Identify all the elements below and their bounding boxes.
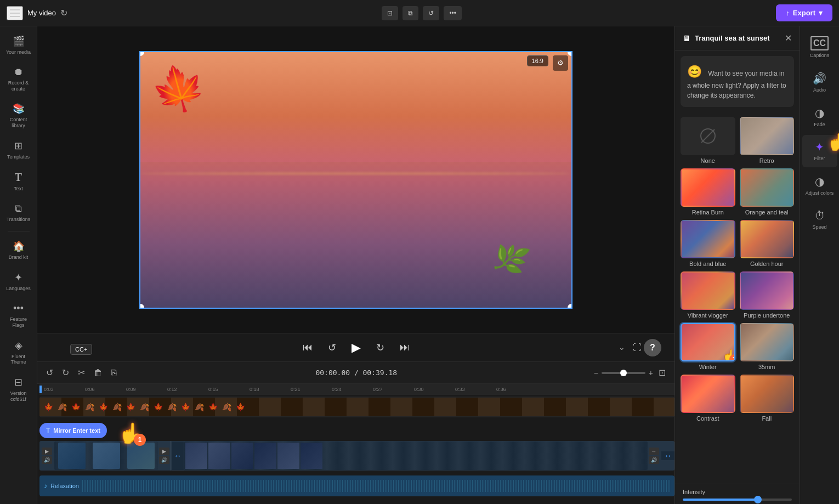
skip-back-button[interactable]: ⏮ — [299, 338, 316, 356]
crop-button[interactable]: ⊡ — [382, 6, 398, 20]
timeline-tracks[interactable]: 0:03 0:06 0:09 0:12 0:15 0:18 0:21 0:24 … — [37, 384, 674, 504]
captions-icon: CC — [810, 36, 829, 50]
filter-label: Filter — [814, 156, 825, 162]
templates-icon: ⊞ — [14, 140, 22, 152]
sticker-track-content[interactable]: 🍁 🍂 🍁 🍂 🍁 🍂 🍁 🍂 🍁 🍂 🍁 🍂 — [39, 397, 674, 417]
settings-button[interactable]: ⚙ — [553, 55, 568, 71]
zoom-in-button[interactable]: + — [649, 369, 653, 377]
filter-thumb-fall — [740, 375, 795, 413]
fullscreen-button[interactable]: ⛶ — [633, 343, 642, 353]
right-icon-adjust[interactable]: ◑ Adjust colors — [802, 169, 837, 202]
audio-track: ♪ Relaxation — [39, 474, 674, 498]
filters-grid-area[interactable]: None Retro Retina Burn — [675, 112, 800, 484]
track-mute-button[interactable]: 🔊 — [42, 456, 52, 464]
corner-handle-tl[interactable] — [139, 51, 144, 56]
undo-timeline-button[interactable]: ↺ — [44, 365, 55, 380]
zoom-slider[interactable] — [602, 372, 645, 374]
redo-timeline-button[interactable]: ↻ — [60, 365, 71, 380]
languages-icon: ✦ — [14, 271, 22, 284]
sidebar-item-templates[interactable]: ⊞ Templates — [2, 135, 35, 165]
help-button[interactable]: ? — [644, 339, 661, 356]
video-segment-left: ▶ 🔊 ▶ 🔊 — [39, 441, 171, 471]
export-button[interactable]: ↑ Export ▾ — [776, 4, 832, 21]
video-segment-handle[interactable]: ▶ — [159, 448, 169, 455]
delete-button[interactable]: 🗑 — [92, 366, 105, 380]
filter-item-purple[interactable]: Purple undertone — [740, 271, 795, 319]
video-track-segment[interactable]: ▶ 🔊 ▶ 🔊 — [39, 441, 674, 471]
filter-item-fall[interactable]: Fall — [740, 375, 795, 422]
filter-item-orange-teal[interactable]: Orange and teal — [740, 168, 795, 216]
right-icon-filter[interactable]: ✦ Filter 👆 2 — [802, 135, 837, 167]
filter-item-bold-blue[interactable]: Bold and blue — [681, 220, 735, 267]
cut-button[interactable]: ✂ — [76, 365, 87, 380]
undo-button[interactable]: ↺ — [423, 6, 439, 20]
text-track-pill[interactable]: T Mirror Enter text — [39, 423, 107, 438]
film-frame — [231, 443, 253, 469]
corner-handle-br[interactable] — [568, 304, 572, 309]
fade-icon: ◑ — [815, 106, 824, 120]
right-icon-speed[interactable]: ⏱ Speed — [802, 204, 837, 236]
forward-5s-button[interactable]: ↻ — [373, 338, 388, 357]
sidebar-item-text[interactable]: T Text — [2, 167, 35, 196]
filter-name-contrast: Contrast — [696, 415, 719, 422]
skip-forward-button[interactable]: ⏭ — [396, 338, 413, 356]
cc-button[interactable]: CC+ — [70, 344, 92, 355]
menu-button[interactable] — [7, 6, 23, 20]
zoom-out-button[interactable]: − — [594, 369, 598, 377]
more-button[interactable]: ••• — [444, 6, 462, 20]
corner-handle-tr[interactable] — [568, 51, 572, 56]
track-play-button[interactable]: ▶ — [42, 448, 52, 455]
play-pause-button[interactable]: ▶ — [348, 337, 364, 358]
ruler-marks: 0:03 0:06 0:09 0:12 0:15 0:18 0:21 0:24 … — [44, 387, 537, 392]
filter-item-contrast[interactable]: Contrast — [681, 375, 735, 422]
right-icon-captions[interactable]: CC Captions — [802, 31, 837, 64]
intensity-slider-row — [683, 499, 792, 501]
sidebar-item-record[interactable]: ⏺ Record &create — [2, 62, 35, 97]
audio-segment-handle[interactable]: 🔊 — [159, 456, 169, 464]
right-icon-audio[interactable]: 🔊 Audio — [802, 66, 837, 99]
filter-name-none: None — [701, 157, 715, 164]
corner-handle-bl[interactable] — [139, 304, 144, 309]
playback-controls: CC+ ⏮ ↺ ▶ ↻ ⏭ ⛶ ? ⌄ — [37, 333, 674, 361]
transition-indicator[interactable]: ↔ — [171, 441, 184, 471]
sidebar-item-content[interactable]: 📚 Contentlibrary — [2, 98, 35, 133]
video-end-handle[interactable]: ↔ — [649, 448, 659, 455]
sidebar-item-theme[interactable]: ◈ Fluent Theme — [2, 335, 35, 370]
ruler-mark: 0:30 — [414, 387, 455, 392]
intensity-slider[interactable] — [683, 499, 792, 501]
duplicate-button[interactable]: ⎘ — [109, 366, 119, 380]
timeline-time-display: 00:00.00 / 00:39.18 — [123, 369, 589, 377]
fit-timeline-button[interactable]: ⊡ — [656, 365, 668, 380]
rewind-5s-button[interactable]: ↺ — [325, 338, 339, 357]
ruler-mark: 0:18 — [250, 387, 291, 392]
content-icon: 📚 — [13, 103, 25, 115]
filter-item-winter[interactable]: 👆 3 Winter — [681, 323, 735, 370]
filter-item-35mm[interactable]: 35mm — [740, 323, 795, 370]
filter-item-golden-hour[interactable]: Golden hour — [740, 220, 795, 267]
filter-item-retro[interactable]: Retro — [740, 117, 795, 164]
filter-thumb-none — [681, 117, 735, 155]
expand-controls-button[interactable]: ⌄ — [619, 343, 625, 352]
filter-item-retina-burn[interactable]: Retina Burn — [681, 168, 735, 216]
right-icon-fade[interactable]: ◑ Fade — [802, 101, 837, 133]
sidebar-item-features[interactable]: ••• Feature Flags — [2, 298, 35, 333]
filter-item-vibrant[interactable]: Vibrant vlogger — [681, 271, 735, 319]
split-button[interactable]: ⧉ — [403, 6, 418, 20]
sidebar-item-media[interactable]: 🎬 Your media — [2, 31, 35, 60]
filter-name-winter: Winter — [699, 364, 717, 370]
sidebar-item-brand[interactable]: 🏠 Brand kit — [2, 236, 35, 265]
close-filters-button[interactable]: ✕ — [785, 33, 792, 43]
audio-segment[interactable]: ♪ Relaxation — [39, 475, 674, 496]
video-track: ▶ 🔊 ▶ 🔊 — [39, 439, 674, 473]
intensity-section: Intensity — [675, 484, 800, 504]
filter-name-retina-burn: Retina Burn — [692, 209, 724, 216]
end-transition-indicator[interactable]: ↔ — [661, 451, 674, 460]
film-frame — [93, 443, 120, 469]
filter-item-none[interactable]: None — [681, 117, 735, 164]
sidebar-item-transitions[interactable]: ⧉ Transitions — [2, 199, 35, 227]
audio-end-handle[interactable]: 🔊 — [649, 456, 659, 464]
sidebar-item-languages[interactable]: ✦ Languages — [2, 267, 35, 296]
cursor3-overlay: 👆 3 — [722, 349, 735, 361]
sidebar-item-version[interactable]: ⊟ Version ccfd61f — [2, 372, 35, 407]
right-sidebar: 🖥 Tranquil sea at sunset ✕ 😊 Want to see… — [674, 26, 839, 504]
